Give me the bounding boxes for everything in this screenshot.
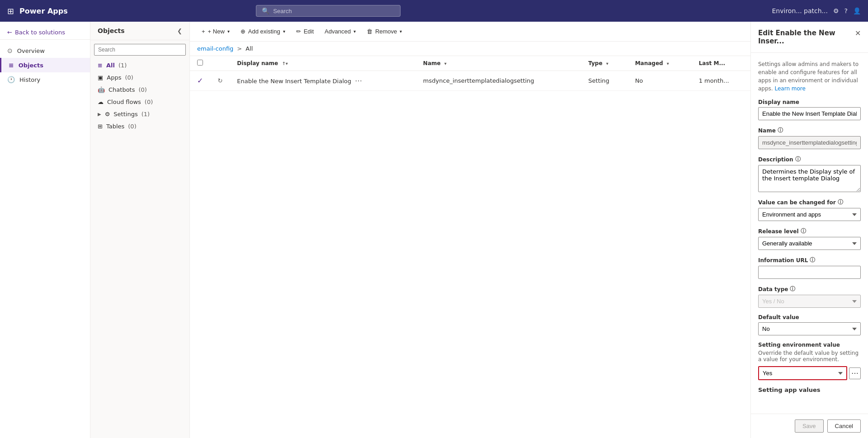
col-header-type[interactable]: Type ▾: [581, 56, 627, 71]
settings-icon: ⚙: [105, 111, 110, 118]
description-info-icon[interactable]: ⓘ: [795, 155, 801, 163]
help-icon[interactable]: ?: [844, 7, 848, 14]
tree-item-label: All: [106, 62, 115, 69]
display-name-input[interactable]: [758, 107, 861, 120]
tree-item-chatbots[interactable]: 🤖 Chatbots (0): [90, 84, 189, 96]
release-level-select[interactable]: Generally available: [758, 237, 861, 250]
save-button[interactable]: Save: [795, 419, 824, 433]
information-url-info-icon[interactable]: ⓘ: [810, 256, 815, 264]
name-info-icon[interactable]: ⓘ: [778, 127, 783, 134]
learn-more-link[interactable]: Learn more: [774, 85, 805, 92]
name-sort-icon[interactable]: ▾: [444, 61, 447, 66]
setting-app-values-label: Setting app values: [758, 386, 861, 393]
display-name-label: Display name: [237, 60, 278, 66]
top-navigation: ⊞ Power Apps 🔍 Environ... patch... ⚙ ? 👤: [0, 0, 868, 22]
tree-item-label: Tables: [106, 123, 124, 130]
release-level-field: Release level ⓘ Generally available: [758, 227, 861, 250]
setting-env-value-field: Setting environment value Override the d…: [758, 342, 861, 380]
information-url-input[interactable]: [758, 266, 861, 279]
setting-env-value-select[interactable]: Yes No: [758, 366, 847, 380]
new-button[interactable]: + + New ▾: [197, 25, 234, 38]
select-all-header[interactable]: [190, 56, 210, 71]
add-existing-label: Add existing: [248, 28, 280, 35]
app-name: Power Apps: [19, 7, 68, 15]
type-sort-icon[interactable]: ▾: [606, 61, 609, 66]
release-level-info-icon[interactable]: ⓘ: [801, 227, 806, 235]
panel-intro-text: Settings allow admins and makers to enab…: [758, 60, 861, 93]
tree-item-label: Chatbots: [108, 86, 135, 93]
global-search-input[interactable]: [273, 8, 395, 14]
tree-item-settings[interactable]: ▶ ⚙ Settings (1): [90, 108, 189, 120]
tree-item-apps[interactable]: ▣ Apps (0): [90, 71, 189, 84]
setting-env-more-button[interactable]: ⋯: [849, 367, 861, 379]
row-type: Setting: [581, 71, 627, 91]
row-checkbox-cell[interactable]: ✓: [190, 71, 210, 91]
col-header-display-name[interactable]: Display name ↑▾: [230, 56, 416, 71]
back-to-solutions-button[interactable]: ← Back to solutions: [0, 25, 90, 40]
sidebar-item-overview[interactable]: ⊙ Overview: [0, 43, 90, 58]
collapse-panel-button[interactable]: ❮: [177, 28, 182, 34]
default-value-select[interactable]: No Yes: [758, 322, 861, 335]
table-area: Display name ↑▾ Name ▾ Type ▾ Managed: [190, 56, 750, 438]
col-header-name[interactable]: Name ▾: [416, 56, 581, 71]
cancel-button[interactable]: Cancel: [827, 419, 861, 433]
breadcrumb: email-config > All: [190, 42, 750, 56]
search-icon: 🔍: [262, 7, 269, 14]
advanced-button[interactable]: Advanced ▾: [320, 25, 360, 38]
setting-env-value-label: Setting environment value: [758, 342, 861, 348]
settings-icon[interactable]: ⚙: [833, 7, 839, 14]
breadcrumb-solution[interactable]: email-config: [197, 45, 233, 52]
settings-count: (1): [142, 111, 150, 118]
col-header-last-modified: Last M...: [692, 56, 750, 71]
panel-close-button[interactable]: ✕: [855, 29, 861, 38]
user-avatar[interactable]: 👤: [853, 7, 861, 14]
sidebar-item-objects[interactable]: ≡ Objects: [0, 58, 90, 72]
row-display-name[interactable]: Enable the New Insert Template Dialog ⋯: [230, 71, 416, 91]
tree-item-tables[interactable]: ⊞ Tables (0): [90, 120, 189, 132]
information-url-field: Information URL ⓘ: [758, 256, 861, 279]
remove-button[interactable]: 🗑 Remove ▾: [362, 25, 406, 38]
data-type-label: Data type ⓘ: [758, 285, 861, 293]
value-changed-for-select[interactable]: Environment and apps: [758, 208, 861, 221]
row-more-button[interactable]: ⋯: [353, 75, 364, 86]
all-count: (1): [118, 62, 127, 69]
remove-icon: 🗑: [367, 28, 373, 35]
add-icon: ⊕: [241, 28, 245, 35]
table-row[interactable]: ✓ ↻ Enable the New Insert Template Dialo…: [190, 71, 750, 91]
description-textarea[interactable]: Determines the Display style of the Inse…: [758, 165, 861, 192]
col-header-managed[interactable]: Managed ▾: [628, 56, 692, 71]
managed-label: Managed: [635, 60, 663, 66]
apps-icon: ▣: [98, 74, 103, 81]
managed-sort-icon[interactable]: ▾: [667, 61, 669, 66]
expand-icon: ▶: [98, 112, 101, 117]
plus-icon: +: [202, 28, 205, 35]
type-value: Setting: [588, 77, 609, 84]
objects-panel-title: Objects: [98, 27, 125, 34]
tree-item-cloudflows[interactable]: ☁ Cloud flows (0): [90, 96, 189, 108]
display-name-sort-icon[interactable]: ↑▾: [282, 61, 288, 66]
setting-app-values-field: Setting app values: [758, 386, 861, 393]
information-url-label: Information URL ⓘ: [758, 256, 861, 264]
description-label: Description ⓘ: [758, 155, 861, 163]
add-existing-button[interactable]: ⊕ Add existing ▾: [236, 25, 290, 38]
overview-icon: ⊙: [7, 47, 13, 54]
data-type-field: Data type ⓘ Yes / No: [758, 285, 861, 308]
edit-button[interactable]: ✏ Edit: [292, 25, 318, 38]
sidebar-item-history[interactable]: 🕐 History: [0, 72, 90, 87]
data-type-info-icon[interactable]: ⓘ: [790, 285, 795, 293]
global-search-box[interactable]: 🔍: [256, 5, 401, 17]
table-header: Display name ↑▾ Name ▾ Type ▾ Managed: [190, 56, 750, 71]
content-area: + + New ▾ ⊕ Add existing ▾ ✏ Edit Advanc…: [190, 22, 750, 438]
value-changed-for-info-icon[interactable]: ⓘ: [838, 198, 843, 206]
select-all-checkbox[interactable]: [197, 60, 203, 66]
tree-item-all[interactable]: ≡ All (1): [90, 59, 189, 71]
new-label: + New: [208, 28, 225, 35]
tables-count: (0): [128, 123, 136, 130]
data-type-select: Yes / No: [758, 295, 861, 308]
sidebar-item-label: Overview: [17, 47, 45, 54]
objects-search-input[interactable]: [94, 44, 186, 56]
managed-value: No: [635, 77, 643, 84]
row-type-icon: ↻: [217, 77, 222, 84]
waffle-icon[interactable]: ⊞: [7, 6, 14, 16]
advanced-label: Advanced: [325, 28, 351, 35]
